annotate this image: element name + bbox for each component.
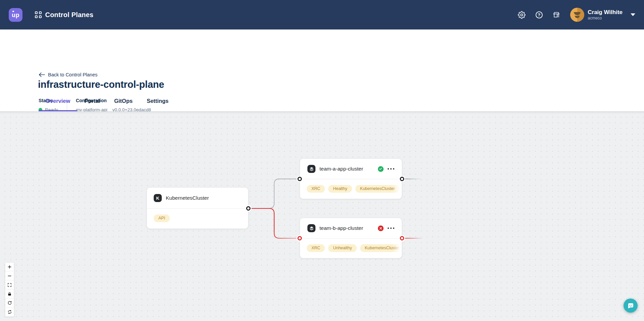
app-header: up Control Planes ? bbox=[0, 0, 644, 29]
settings-gear-icon[interactable] bbox=[517, 10, 526, 19]
badge-healthy: Healthy bbox=[328, 185, 352, 193]
grid-icon bbox=[35, 11, 42, 18]
avatar[interactable] bbox=[570, 8, 584, 22]
edge-k-to-team-b bbox=[248, 208, 300, 238]
x-circle-icon bbox=[378, 226, 384, 231]
canvas-controls bbox=[5, 262, 14, 317]
marketplace-icon[interactable] bbox=[552, 10, 561, 19]
node-title: team-b-app-cluster bbox=[319, 225, 363, 231]
chat-bubble-icon bbox=[627, 302, 634, 309]
lock-button[interactable] bbox=[5, 290, 14, 299]
zoom-out-button[interactable] bbox=[5, 271, 14, 280]
tab-overview[interactable]: Overview bbox=[39, 98, 77, 111]
header-actions: ? Craig Wilhite acmeco bbox=[508, 8, 635, 22]
node-title: team-a-app-cluster bbox=[319, 166, 363, 172]
icon-letter: K bbox=[156, 196, 159, 201]
logo-dot bbox=[12, 11, 14, 12]
node-menu-button[interactable] bbox=[388, 167, 395, 171]
edge-k-to-team-a bbox=[268, 179, 300, 208]
page-head: Back to Control Planes infrastructure-co… bbox=[0, 29, 644, 111]
logo-text: up bbox=[12, 12, 19, 19]
kubernetes-cluster-icon: K bbox=[154, 194, 162, 202]
badge-xrc: XRC bbox=[307, 185, 325, 193]
node-kubernetescluster[interactable]: K KubernetesCluster API bbox=[147, 187, 248, 229]
graph-canvas[interactable]: K KubernetesCluster API team-a-app-clust… bbox=[0, 111, 644, 321]
badge-api: API bbox=[154, 214, 170, 222]
avatar-shape bbox=[574, 12, 581, 15]
arrow-left-icon bbox=[39, 72, 45, 77]
layers-icon bbox=[307, 224, 315, 232]
node-badges: XRC Healthy KubernetesCluster bbox=[300, 179, 402, 193]
user-name: Craig Wilhite bbox=[588, 9, 623, 16]
badge-kubernetescluster: KubernetesCluster bbox=[355, 185, 400, 193]
user-org: acmeco bbox=[588, 16, 623, 20]
back-link-label: Back to Control Planes bbox=[48, 72, 98, 77]
tab-portal[interactable]: Portal bbox=[77, 98, 107, 111]
user-menu[interactable]: Craig Wilhite acmeco bbox=[588, 9, 623, 20]
tab-gitops[interactable]: GitOps bbox=[107, 98, 140, 111]
tab-settings[interactable]: Settings bbox=[140, 98, 176, 111]
grid-square bbox=[35, 15, 38, 18]
fit-view-button[interactable] bbox=[5, 280, 14, 290]
node-menu-button[interactable] bbox=[388, 226, 395, 231]
rotate-button[interactable] bbox=[5, 299, 14, 308]
zoom-in-button[interactable] bbox=[5, 262, 14, 271]
badge-xrc: XRC bbox=[307, 244, 325, 252]
back-link[interactable]: Back to Control Planes bbox=[39, 72, 98, 77]
edges-layer bbox=[0, 112, 644, 321]
grid-square bbox=[35, 11, 38, 14]
badge-kubernetescluster: KubernetesCluster bbox=[360, 244, 402, 252]
app-title: Control Planes bbox=[45, 11, 94, 19]
handle-kubernetescluster-source[interactable] bbox=[246, 206, 251, 211]
refresh-button[interactable] bbox=[5, 308, 14, 317]
node-team-a-app-cluster[interactable]: team-a-app-cluster XRC Healthy Kubernete… bbox=[300, 158, 402, 199]
avatar-shape bbox=[575, 16, 580, 18]
badge-unhealthy: Unhealthy bbox=[328, 244, 356, 252]
node-title: KubernetesCluster bbox=[166, 195, 209, 201]
grid-square bbox=[39, 15, 42, 18]
handle-team-b-source[interactable] bbox=[400, 236, 404, 241]
question-mark: ? bbox=[536, 11, 543, 18]
node-team-b-app-cluster[interactable]: team-b-app-cluster XRC Unhealthy Kuberne… bbox=[300, 218, 402, 258]
layers-icon bbox=[307, 165, 315, 173]
chat-launcher-button[interactable] bbox=[624, 299, 638, 313]
node-badges: XRC Unhealthy KubernetesCluster bbox=[300, 239, 402, 252]
handle-team-a-source[interactable] bbox=[400, 177, 404, 181]
check-circle-icon bbox=[378, 166, 384, 172]
help-icon[interactable]: ? bbox=[535, 10, 543, 19]
upbound-logo[interactable]: up bbox=[9, 8, 22, 22]
handle-team-b-target[interactable] bbox=[298, 236, 302, 241]
node-badges: API bbox=[147, 209, 248, 222]
chevron-down-icon[interactable] bbox=[631, 13, 635, 16]
handle-team-a-target[interactable] bbox=[298, 177, 302, 181]
grid-square bbox=[39, 11, 42, 14]
page-title: infrastructure-control-plane bbox=[38, 79, 164, 90]
tabbar: Overview Portal GitOps Settings bbox=[0, 98, 644, 111]
